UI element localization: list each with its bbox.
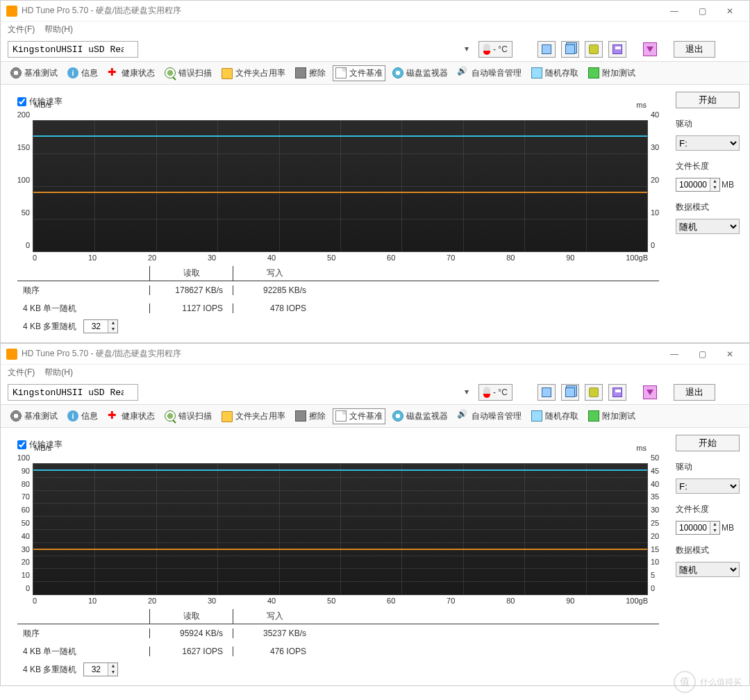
results-table-1: 读取写入 顺序178627 KB/s92285 KB/s 4 KB 单一随机11… (17, 266, 659, 335)
write-line (33, 192, 647, 193)
data-mode-select[interactable]: 随机 (676, 219, 740, 234)
file-length-stepper[interactable]: ▲▼ (676, 521, 720, 535)
menu-help[interactable]: 帮助(H) (44, 24, 73, 35)
file-icon (335, 410, 347, 422)
data-mode-select[interactable]: 随机 (676, 562, 740, 577)
drive-select[interactable]: F: (676, 478, 740, 494)
options-button[interactable] (643, 42, 657, 56)
step-down-icon[interactable]: ▼ (710, 528, 719, 534)
tab-erase[interactable]: 擦除 (292, 408, 328, 424)
minimize-button[interactable]: — (660, 344, 688, 364)
col-write: 写入 (233, 609, 316, 624)
maximize-button[interactable]: ▢ (688, 1, 716, 21)
app-icon (6, 349, 17, 360)
tab-info[interactable]: i信息 (65, 65, 101, 81)
drive-select[interactable]: F: (676, 135, 740, 151)
copy-screenshot-button[interactable] (538, 384, 556, 401)
temp-value: - °C (493, 44, 508, 54)
options-button[interactable] (643, 385, 657, 399)
tab-random-access[interactable]: 随机存取 (528, 408, 581, 424)
tab-extra-tests[interactable]: 附加测试 (585, 65, 638, 81)
save-button[interactable] (608, 384, 626, 401)
transfer-rate-checkbox[interactable]: 传输速率 (17, 96, 666, 108)
start-button[interactable]: 开始 (676, 435, 740, 451)
tab-disk-monitor[interactable]: 磁盘监视器 (390, 65, 451, 81)
tab-benchmark[interactable]: 基准测试 (8, 408, 60, 424)
menu-help[interactable]: 帮助(H) (44, 367, 73, 378)
yl-tick: 50 (10, 519, 30, 527)
yl-tick: 0 (10, 241, 30, 249)
close-button[interactable]: ✕ (716, 344, 744, 364)
yr-tick: 35 (651, 492, 666, 501)
x-tick: 10 (88, 597, 97, 605)
x-tick: 20 (148, 597, 156, 605)
file-length-stepper[interactable]: ▲▼ (676, 178, 720, 192)
screenshot-button[interactable] (585, 384, 603, 401)
close-button[interactable]: ✕ (716, 1, 744, 21)
tab-extra-tests[interactable]: 附加测试 (585, 408, 638, 424)
exit-button[interactable]: 退出 (674, 41, 715, 58)
yr-tick: 45 (651, 467, 666, 475)
tab-folder-usage[interactable]: 文件夹占用率 (219, 65, 288, 81)
tab-health[interactable]: ✚健康状态 (105, 408, 158, 424)
menu-file[interactable]: 文件(F) (8, 367, 35, 378)
yl-tick: 70 (10, 492, 30, 501)
yl-tick: 100 (10, 453, 30, 462)
speaker-icon (458, 67, 469, 78)
save-button[interactable] (608, 41, 626, 58)
copy-all-button[interactable] (561, 41, 579, 58)
tab-random-access[interactable]: 随机存取 (528, 65, 581, 81)
col-read: 读取 (149, 266, 233, 281)
step-up-icon[interactable]: ▲ (108, 320, 117, 326)
yr-tick: 30 (651, 143, 666, 151)
watermark-badge: 值 (674, 671, 696, 686)
tab-file-benchmark[interactable]: 文件基准 (333, 65, 385, 81)
screenshot-button[interactable] (585, 41, 603, 58)
multi-queue-stepper[interactable]: ▲▼ (83, 319, 118, 333)
device-select[interactable] (8, 384, 138, 401)
maximize-button[interactable]: ▢ (688, 344, 716, 364)
menu-file[interactable]: 文件(F) (8, 24, 35, 35)
x-tick: 60 (387, 597, 395, 605)
step-down-icon[interactable]: ▼ (108, 669, 117, 676)
minimize-button[interactable]: — (660, 1, 688, 21)
tab-aam[interactable]: 自动噪音管理 (455, 65, 524, 81)
tab-erase[interactable]: 擦除 (292, 65, 328, 81)
tab-aam[interactable]: 自动噪音管理 (455, 408, 524, 424)
tab-folder-usage[interactable]: 文件夹占用率 (219, 408, 288, 424)
folder-icon (222, 411, 233, 422)
tab-info[interactable]: i信息 (65, 408, 101, 424)
yl-tick: 100 (10, 176, 30, 184)
multi-queue-stepper[interactable]: ▲▼ (83, 662, 118, 676)
menubar: 文件(F) 帮助(H) (1, 22, 749, 38)
tab-file-benchmark[interactable]: 文件基准 (333, 408, 385, 424)
yr-tick: 20 (651, 532, 666, 540)
step-up-icon[interactable]: ▲ (108, 663, 117, 669)
yr-tick: 40 (651, 480, 666, 488)
row-seq: 顺序 (17, 628, 149, 640)
tab-disk-monitor[interactable]: 磁盘监视器 (390, 408, 451, 424)
tab-health[interactable]: ✚健康状态 (105, 65, 158, 81)
device-select[interactable] (8, 41, 138, 58)
4k-single-read: 1127 IOPS (149, 303, 233, 313)
start-button[interactable]: 开始 (676, 92, 740, 108)
step-up-icon[interactable]: ▲ (710, 178, 719, 185)
copy-all-button[interactable] (561, 384, 579, 401)
yr-tick: 0 (651, 241, 666, 249)
col-write: 写入 (233, 266, 316, 281)
tab-benchmark[interactable]: 基准测试 (8, 65, 60, 81)
exit-button[interactable]: 退出 (674, 384, 715, 401)
yr-tick: 50 (651, 453, 666, 462)
transfer-rate-checkbox[interactable]: 传输速率 (17, 439, 666, 451)
yl-tick: 80 (10, 480, 30, 488)
step-up-icon[interactable]: ▲ (710, 522, 719, 528)
seq-write-val: 92285 KB/s (233, 285, 316, 295)
tab-error-scan[interactable]: 错误扫描 (162, 65, 215, 81)
step-down-icon[interactable]: ▼ (710, 185, 719, 191)
content-area: 传输速率 MB/s ms 1009080706050403020100 5045… (1, 428, 749, 685)
step-down-icon[interactable]: ▼ (108, 326, 117, 333)
copy-screenshot-button[interactable] (538, 41, 556, 58)
health-icon: ✚ (108, 410, 119, 422)
tab-error-scan[interactable]: 错误扫描 (162, 408, 215, 424)
y-left-unit: MB/s (34, 444, 51, 452)
